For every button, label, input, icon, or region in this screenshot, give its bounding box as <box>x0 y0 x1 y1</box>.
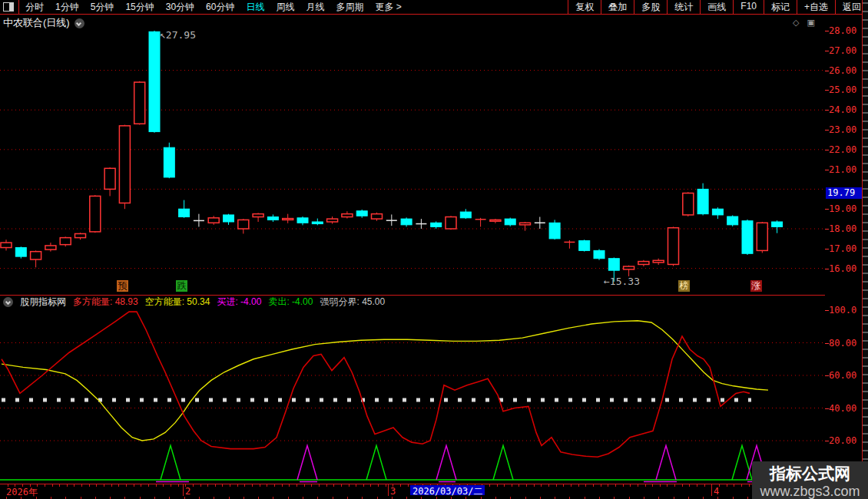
menu-item-画线[interactable]: 画线 <box>700 0 733 14</box>
axis-label-25.00: 25.00 <box>829 84 863 95</box>
date-tick <box>134 484 134 487</box>
date-tick <box>52 484 53 487</box>
date-tick <box>408 484 409 487</box>
date-tick <box>682 484 683 487</box>
diamond-icon[interactable]: ◇ <box>793 18 799 28</box>
date-tick <box>512 484 512 487</box>
date-tick <box>556 484 557 487</box>
collapsed-side-panel[interactable] <box>862 0 868 499</box>
month-separator <box>183 484 184 496</box>
date-tick <box>252 484 253 487</box>
menu-item-F10[interactable]: F10 <box>733 0 764 14</box>
top-menu-bar: 分时1分钟5分钟15分钟30分钟60分钟日线周线月线多周期更多 > 复权叠加多股… <box>0 0 868 15</box>
date-tick <box>274 484 275 487</box>
date-tick <box>341 484 342 487</box>
date-tick <box>660 484 661 487</box>
menu-item-复权[interactable]: 复权 <box>568 0 601 14</box>
indicator-name[interactable]: 股朋指标网 <box>20 296 66 309</box>
date-tick <box>749 484 750 487</box>
date-tick <box>704 484 705 487</box>
date-tick <box>111 484 112 487</box>
axis-label-16.00: 16.00 <box>829 263 863 274</box>
split-screen-icon[interactable]: ▣ <box>807 18 814 28</box>
menu-item-30分钟[interactable]: 30分钟 <box>166 1 194 14</box>
date-tick <box>497 484 498 487</box>
ind-axis-label-60.00: 60.00 <box>829 370 863 381</box>
date-tick <box>193 484 194 487</box>
date-tick <box>563 484 564 487</box>
date-tick <box>118 484 119 487</box>
date-tick <box>267 484 267 487</box>
tools-menu: 复权叠加多股统计画线F10标记+自选返回 <box>568 0 868 14</box>
date-tick <box>534 484 535 487</box>
date-tick <box>67 484 68 487</box>
axis-label-24.00: 24.00 <box>829 104 863 115</box>
menu-item-多股[interactable]: 多股 <box>634 0 667 14</box>
menu-item-5分钟[interactable]: 5分钟 <box>91 1 114 14</box>
date-tick <box>504 484 505 487</box>
date-tick <box>311 484 312 487</box>
window-layout-icon[interactable] <box>3 2 14 12</box>
date-tick <box>45 484 45 487</box>
date-tick <box>59 484 60 487</box>
date-tick <box>333 484 334 487</box>
date-tick <box>674 484 675 487</box>
menu-item-标记[interactable]: 标记 <box>764 0 797 14</box>
menu-item-月线[interactable]: 月线 <box>306 1 324 14</box>
date-tick <box>148 484 149 487</box>
date-tick <box>585 484 586 487</box>
axis-label-21.00: 21.00 <box>829 164 863 175</box>
ind-axis-label-20.00: 20.00 <box>829 435 863 446</box>
date-tick <box>163 484 164 487</box>
marker-预: 预 <box>117 280 128 292</box>
date-tick <box>741 484 742 487</box>
date-tick <box>349 484 350 487</box>
date-tick <box>623 484 624 487</box>
date-tick <box>81 484 82 487</box>
axis-label-28.00: 28.00 <box>829 25 863 36</box>
menu-item-更多 >[interactable]: 更多 > <box>375 1 401 14</box>
date-tick <box>518 484 519 487</box>
high-price-annotation: ↖27.95 <box>160 29 196 41</box>
cursor-date-tag: 2026/03/03/二 <box>410 485 485 495</box>
date-tick <box>304 484 305 487</box>
date-axis[interactable]: 2026年2342026/03/03/二 <box>0 484 825 497</box>
date-tick <box>74 484 75 487</box>
indicator-field: 强弱分界: 45.00 <box>320 296 385 309</box>
menu-item-15分钟[interactable]: 15分钟 <box>125 1 154 14</box>
ind-axis-label-100.0: 100.0 <box>829 305 863 316</box>
date-tick <box>222 484 223 487</box>
date-tick <box>378 484 379 487</box>
menu-item-多周期[interactable]: 多周期 <box>336 1 363 14</box>
menu-item-统计[interactable]: 统计 <box>667 0 700 14</box>
date-tick <box>178 484 179 487</box>
date-tick <box>571 484 571 487</box>
watermark-title: 指标公式网 <box>752 463 868 484</box>
menu-item-周线[interactable]: 周线 <box>276 1 294 14</box>
menu-item-叠加[interactable]: 叠加 <box>601 0 634 14</box>
watermark: 指标公式网 www.zbgs3.com <box>752 461 868 499</box>
date-tick <box>541 484 542 487</box>
menu-item-60分钟[interactable]: 60分钟 <box>206 1 234 14</box>
menu-item-日线[interactable]: 日线 <box>246 1 264 14</box>
date-tick <box>215 484 216 487</box>
menu-item-分时[interactable]: 分时 <box>25 1 44 14</box>
indicator-field: 买进: -4.00 <box>217 296 261 309</box>
marker-榜: 榜 <box>678 280 690 292</box>
date-tick <box>630 484 631 487</box>
collapse-indicator-icon[interactable] <box>3 297 13 307</box>
date-tick <box>727 484 727 487</box>
axis-label-19.00: 19.00 <box>829 203 863 214</box>
date-tick <box>638 484 638 487</box>
date-tick <box>141 484 141 487</box>
date-tick <box>593 484 594 487</box>
indicator-chart[interactable] <box>0 307 825 484</box>
menu-item-+自选[interactable]: +自选 <box>797 0 835 14</box>
chevron-down-icon[interactable] <box>75 18 84 28</box>
ind-axis-label-40.00: 40.00 <box>829 403 863 414</box>
date-tick <box>230 484 230 487</box>
menu-item-1分钟[interactable]: 1分钟 <box>55 1 79 14</box>
candlestick-chart[interactable] <box>0 14 825 294</box>
date-tick <box>104 484 104 487</box>
axis-label-27.00: 27.00 <box>829 45 863 56</box>
